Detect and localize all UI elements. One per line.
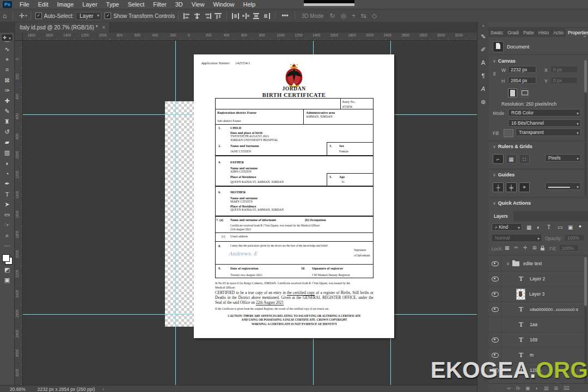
3d-roll-icon[interactable]: ◎ xyxy=(338,12,348,20)
type-tool[interactable]: T xyxy=(1,189,13,199)
rectangle-tool[interactable]: ▭ xyxy=(1,210,13,220)
filter-kind-select[interactable]: ⌕ Kind xyxy=(492,223,522,231)
filter-pixel-icon[interactable]: ▦ xyxy=(526,224,531,230)
filter-pin-icon[interactable]: ● xyxy=(579,224,581,229)
tab-layers[interactable]: Layers xyxy=(488,211,513,221)
dodge-tool[interactable]: ◔ xyxy=(1,168,13,179)
auto-select-checkbox[interactable]: ✓ xyxy=(35,13,42,19)
3d-slide-icon[interactable]: ⇆ xyxy=(358,12,369,20)
zoom-level[interactable]: 20.66% xyxy=(10,387,26,392)
document-page[interactable]: Application Number 1425554/1 JORDAN BIRT xyxy=(194,54,394,338)
adjustment-layer-icon[interactable]: ◐ xyxy=(536,385,538,391)
tab-actio[interactable]: Actio xyxy=(551,28,566,37)
tab-swatc[interactable]: Swatc xyxy=(488,28,505,37)
menu-item-3d[interactable]: 3D xyxy=(171,1,187,8)
color-swatches[interactable] xyxy=(2,254,13,265)
fill-swatch[interactable] xyxy=(504,129,513,137)
canvas-area[interactable]: Application Number 1425554/1 JORDAN BIRT xyxy=(22,40,477,385)
align-center-icon[interactable] xyxy=(194,13,201,19)
width-field[interactable]: 2232 px xyxy=(508,66,536,73)
layer-effects-icon[interactable]: fx xyxy=(516,385,520,391)
visibility-toggle[interactable] xyxy=(488,302,502,317)
move-tool[interactable]: ✛ xyxy=(1,34,13,41)
filter-type-icon[interactable]: T xyxy=(547,224,550,230)
brushes-panel-icon[interactable]: ✎ xyxy=(477,30,489,43)
layer-row[interactable]: T cilla0000000...cccccccc0 d xyxy=(488,302,584,317)
chevron-down-icon[interactable]: ▾ xyxy=(25,14,27,18)
layer-name[interactable]: Layer 3 xyxy=(529,291,544,297)
layer-row[interactable]: T Layer 2 xyxy=(488,271,584,287)
menu-item-help[interactable]: Help xyxy=(239,1,260,8)
object-selection-tool[interactable]: ⌖ xyxy=(1,54,13,65)
link-dimensions-icon[interactable]: ∞ xyxy=(492,72,498,76)
portrait-orientation-button[interactable] xyxy=(508,88,517,97)
link-layers-icon[interactable]: ∞ xyxy=(507,385,511,391)
canvas-section-header[interactable]: ∨Canvas xyxy=(493,58,516,64)
guides-icon[interactable]: ┼ xyxy=(493,182,504,192)
clone-stamp-tool[interactable]: ♜ xyxy=(1,117,13,127)
layer-group-icon[interactable]: ▤ xyxy=(544,385,549,391)
align-top-icon[interactable] xyxy=(215,13,222,19)
paragraph-panel-icon[interactable]: ¶ xyxy=(477,69,489,82)
menu-item-file[interactable]: File xyxy=(15,1,34,8)
menu-item-image[interactable]: Image xyxy=(53,1,78,8)
3d-camera-icon[interactable]: ◇ xyxy=(369,12,379,20)
guides-lock-icon[interactable]: ╪ xyxy=(506,182,517,192)
distribute-right-icon[interactable] xyxy=(263,13,270,19)
distribute-horizontal-icon[interactable] xyxy=(232,13,239,19)
quick-actions-section-header[interactable]: ∨Quick Actions xyxy=(493,200,531,206)
brush-tool[interactable]: ✎ xyxy=(1,106,13,117)
blur-tool[interactable]: ◗ xyxy=(1,158,13,168)
more-options-icon[interactable]: ••• xyxy=(279,12,291,20)
lock-transparent-icon[interactable]: ▦ xyxy=(505,245,510,250)
pen-tool[interactable]: ✒ xyxy=(1,179,13,189)
layer-row-group[interactable]: ∨ edite text xyxy=(488,256,584,272)
character-panel-icon[interactable]: A xyxy=(477,56,489,69)
panel-menu-icon[interactable]: ≡ xyxy=(583,34,586,37)
menu-item-window[interactable]: Window xyxy=(209,1,238,8)
menu-item-filter[interactable]: Filter xyxy=(149,1,170,8)
ruler-corner-icon[interactable]: ⌐ xyxy=(493,154,504,164)
lock-all-icon[interactable] xyxy=(541,248,544,250)
lasso-tool[interactable]: ∿ xyxy=(1,44,13,54)
gradient-tool[interactable]: ▥ xyxy=(1,148,13,158)
show-transform-checkbox[interactable]: ✓ xyxy=(105,13,111,19)
layer-mask-icon[interactable]: ▣ xyxy=(525,385,530,391)
quick-mask-icon[interactable]: ◩ xyxy=(1,265,13,275)
height-field[interactable]: 2854 px xyxy=(508,77,536,84)
fill-select[interactable]: Transparent xyxy=(516,128,581,136)
visibility-toggle[interactable] xyxy=(488,271,502,286)
layer-name[interactable]: edite text xyxy=(523,261,542,266)
3d-panel-icon[interactable]: ⊛ xyxy=(477,95,489,108)
new-layer-icon[interactable]: ⊞ xyxy=(554,385,558,391)
path-selection-tool[interactable]: ➤ xyxy=(1,199,13,210)
distribute-vertical-icon[interactable] xyxy=(253,13,260,19)
align-right-icon[interactable] xyxy=(204,13,211,19)
edit-toolbar-icon[interactable]: ⋯ xyxy=(1,241,13,251)
delete-layer-icon[interactable]: ⌧ xyxy=(564,385,569,391)
menu-item-view[interactable]: View xyxy=(187,1,209,8)
auto-select-target-dropdown[interactable]: Layer xyxy=(76,12,101,20)
layer-row[interactable]: Layer 3 xyxy=(488,286,584,302)
eraser-tool[interactable]: ▰ xyxy=(1,137,13,148)
landscape-orientation-button[interactable] xyxy=(520,88,529,97)
screen-mode-icon[interactable]: ▣ xyxy=(1,275,13,285)
visibility-toggle[interactable] xyxy=(488,256,502,271)
menu-item-edit[interactable]: Edit xyxy=(34,1,53,8)
lock-position-icon[interactable]: ✛ xyxy=(523,245,528,250)
align-left-icon[interactable] xyxy=(183,13,191,19)
filter-adjustment-icon[interactable]: ◐ xyxy=(537,224,540,230)
glyphs-panel-icon[interactable]: A xyxy=(477,82,489,95)
3d-pan-icon[interactable]: + xyxy=(349,12,358,20)
layer-row[interactable]: T 169 xyxy=(488,332,584,348)
tab-histo[interactable]: Histo xyxy=(536,28,551,37)
healing-brush-tool[interactable]: ✚ xyxy=(1,96,13,106)
tab-gradi[interactable]: Gradi xyxy=(505,28,521,37)
horizontal-ruler[interactable]: 2000180016001400120010008006004002000200… xyxy=(15,33,477,41)
chevron-down-icon[interactable]: ∨ xyxy=(506,261,510,266)
layer-row[interactable]: T 1aa xyxy=(488,317,584,333)
guides-clear-icon[interactable]: ⌖ xyxy=(519,182,530,192)
properties-scrollbar[interactable] xyxy=(584,60,587,196)
3d-orbit-icon[interactable]: ↻ xyxy=(327,12,338,20)
eyedropper-tool[interactable]: ✑ xyxy=(1,85,13,96)
